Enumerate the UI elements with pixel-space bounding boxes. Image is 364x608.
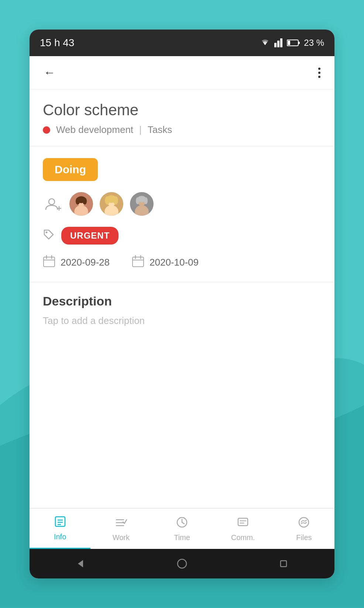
more-menu-button[interactable] <box>315 64 324 82</box>
end-date-text: 2020-10-09 <box>150 257 199 268</box>
svg-marker-1 <box>277 41 279 47</box>
nav-label-time: Time <box>174 533 190 542</box>
svg-point-26 <box>144 197 148 204</box>
svg-rect-54 <box>281 561 286 567</box>
avatar-3[interactable] <box>129 191 154 216</box>
assignees-row <box>43 191 321 216</box>
tag-icon <box>43 229 55 243</box>
battery-icon <box>287 39 300 47</box>
description-placeholder[interactable]: Tap to add a description <box>43 315 321 327</box>
android-back-button[interactable] <box>71 554 90 573</box>
svg-marker-52 <box>78 560 83 567</box>
end-date-icon <box>132 255 144 270</box>
category-label: Web development <box>56 124 133 136</box>
category-dot <box>43 126 50 134</box>
page-title: Color scheme <box>43 101 321 119</box>
more-dot-2 <box>318 72 320 74</box>
app-bar: ← <box>30 56 334 89</box>
svg-point-25 <box>136 197 139 204</box>
status-bar: 15 h 43 23 % <box>30 30 334 56</box>
svg-point-14 <box>83 198 87 205</box>
more-dot-3 <box>318 76 320 78</box>
tag-row: URGENT <box>43 227 321 245</box>
svg-point-27 <box>46 231 48 233</box>
svg-rect-5 <box>288 41 290 45</box>
nav-label-comm: Comm. <box>231 533 255 542</box>
nav-label-work: Work <box>113 533 130 542</box>
breadcrumb-separator: | <box>139 124 142 136</box>
svg-rect-4 <box>298 42 300 44</box>
nav-label-info: Info <box>54 533 66 541</box>
nav-tab-info[interactable]: Info <box>30 509 90 549</box>
svg-point-51 <box>299 518 309 527</box>
section-label: Tasks <box>148 124 172 136</box>
signal-icon <box>274 38 283 47</box>
svg-marker-2 <box>280 38 282 47</box>
nav-tab-time[interactable]: Time <box>151 509 212 549</box>
comm-icon <box>237 516 249 531</box>
android-recents-button[interactable] <box>274 554 293 573</box>
start-date-text: 2020-09-28 <box>61 257 110 268</box>
title-section: Color scheme Web development | Tasks <box>30 89 334 146</box>
bottom-nav: Info Work <box>30 508 334 549</box>
breadcrumb: Web development | Tasks <box>43 124 321 136</box>
content-area: Doing <box>30 146 334 508</box>
more-dot-1 <box>318 68 320 70</box>
wifi-icon <box>260 38 271 47</box>
android-home-button[interactable] <box>173 554 191 573</box>
svg-point-20 <box>113 196 118 205</box>
android-nav-bar <box>30 549 334 578</box>
info-icon <box>54 515 66 530</box>
time-icon <box>176 516 188 531</box>
svg-rect-32 <box>133 257 144 267</box>
description-section[interactable]: Description Tap to add a description <box>30 282 334 508</box>
svg-point-6 <box>49 199 55 205</box>
svg-point-53 <box>178 559 186 568</box>
add-person-button[interactable] <box>43 194 63 214</box>
task-details: Doing <box>30 146 334 282</box>
files-icon <box>298 516 310 531</box>
svg-marker-0 <box>274 43 277 47</box>
start-date-item: 2020-09-28 <box>43 255 110 270</box>
avatar-2[interactable] <box>99 191 124 216</box>
avatar-1[interactable] <box>69 191 94 216</box>
svg-point-19 <box>105 196 110 205</box>
svg-rect-48 <box>238 518 248 526</box>
nav-tab-comm[interactable]: Comm. <box>213 509 274 549</box>
start-date-icon <box>43 255 55 270</box>
back-button[interactable]: ← <box>40 62 59 83</box>
dates-row: 2020-09-28 2020-10-09 <box>43 255 321 270</box>
nav-label-files: Files <box>296 533 312 542</box>
work-icon <box>115 516 127 531</box>
status-badge[interactable]: Doing <box>43 158 98 181</box>
svg-rect-28 <box>44 257 55 267</box>
phone-container: 15 h 43 23 % ← <box>30 30 334 578</box>
nav-tab-work[interactable]: Work <box>90 509 151 549</box>
svg-line-45 <box>182 522 184 524</box>
description-title: Description <box>43 294 321 308</box>
status-icons: 23 % <box>260 38 324 48</box>
urgent-badge[interactable]: URGENT <box>61 227 119 245</box>
svg-point-13 <box>76 198 80 205</box>
end-date-item: 2020-10-09 <box>132 255 199 270</box>
status-time: 15 h 43 <box>40 37 74 49</box>
nav-tab-files[interactable]: Files <box>274 509 334 549</box>
battery-text: 23 % <box>304 38 324 48</box>
